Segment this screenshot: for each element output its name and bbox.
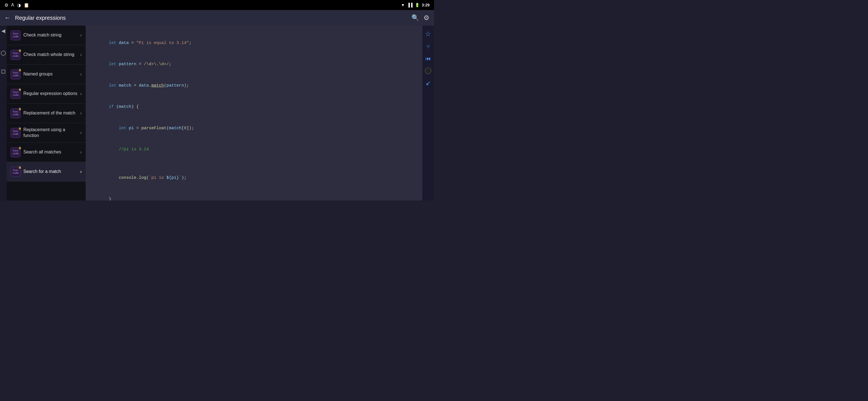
status-bar-right: ▼ ▐▐ 🔋 3:29 — [401, 3, 430, 7]
sidebar-item-search-for-match[interactable]: funccode 🔒 Search for a match › — [7, 162, 86, 181]
code-line-1: let data = "Pi is equal to 3.14"; — [94, 32, 414, 54]
sidebar-item-check-match-whole-string[interactable]: funccode 🔒 Check match whole string › — [7, 45, 86, 65]
code-line-8: console.log(`pi is ${pi}`); — [94, 167, 414, 189]
code-panel: let data = "Pi is equal to 3.14"; let pa… — [86, 26, 422, 200]
item-icon-6: funccode 🔒 — [10, 128, 21, 138]
clipboard-icon: 📋 — [24, 2, 29, 8]
sidebar: funccode Check match string › funccode 🔒… — [7, 26, 86, 200]
sidebar-label-named-groups: Named groups — [23, 71, 78, 77]
main-layout: ◀ funccode Check match string › funccode… — [0, 26, 434, 200]
record-indicator — [1, 51, 6, 56]
a-icon: A — [11, 2, 14, 7]
code-line-3: let match = data.match(pattern); — [94, 75, 414, 96]
collapse-button[interactable]: ⏮ — [425, 55, 431, 62]
sidebar-item-replacement-using-function[interactable]: funccode 🔒 Replacement using a function … — [7, 123, 86, 143]
code-line-9: } — [94, 189, 414, 200]
top-bar: ← Regular expressions 🔍 ⚙ — [0, 10, 434, 26]
time-display: 3:29 — [422, 3, 430, 7]
back-button[interactable]: ← — [4, 14, 10, 22]
battery-icon: 🔋 — [415, 3, 420, 7]
chevron-right-icon-8: › — [80, 169, 82, 175]
sidebar-label-replacement-of-match: Replacement of the match — [23, 110, 78, 116]
item-icon-2: funccode 🔒 — [10, 50, 21, 60]
sidebar-item-search-all-matches[interactable]: funccode 🔒 Search all matches › — [7, 143, 86, 162]
code-line-7 — [94, 160, 414, 167]
sidebar-label-search-all-matches: Search all matches — [23, 149, 78, 155]
sidebar-item-regex-options[interactable]: funccode 🔒 Regular expression options › — [7, 84, 86, 104]
sidebar-item-check-match-string[interactable]: funccode Check match string › — [7, 26, 86, 45]
search-button[interactable]: 🔍 — [411, 14, 419, 22]
page-title: Regular expressions — [15, 15, 407, 21]
wifi-icon: ▼ — [401, 3, 405, 7]
star-button[interactable]: ☆ — [425, 30, 431, 38]
item-icon-8: funccode 🔒 — [10, 167, 21, 177]
circle-icon: ◑ — [17, 2, 21, 8]
chevron-right-icon-3: › — [80, 71, 82, 77]
item-icon-7: funccode 🔒 — [10, 147, 21, 157]
item-icon-3: funccode 🔒 — [10, 69, 21, 79]
chevron-right-icon-1: › — [80, 32, 82, 38]
sidebar-item-replacement-of-match[interactable]: funccode 🔒 Replacement of the match › — [7, 104, 86, 123]
item-icon-1: funccode — [10, 30, 21, 40]
signal-icon: ▐▐ — [407, 3, 412, 7]
code-line-5: let pi = parseFloat(match[0]); — [94, 117, 414, 139]
status-bar: ⚙ A ◑ 📋 ▼ ▐▐ 🔋 3:29 — [0, 0, 434, 10]
settings-button[interactable]: ⚙ — [424, 14, 430, 22]
chevron-right-icon-6: › — [80, 130, 82, 136]
collapse-left-button[interactable]: ◀ — [1, 28, 5, 34]
sidebar-label-check-match-string: Check match string — [23, 32, 78, 38]
left-panel: ◀ — [0, 26, 7, 200]
chevron-right-icon-5: › — [80, 110, 82, 116]
share-button[interactable]: ⑂ — [427, 44, 430, 50]
code-line-6: //pi is 3.14 — [94, 139, 414, 161]
right-bar: ☆ ⑂ ⏮ ↙ — [422, 26, 434, 200]
sidebar-item-named-groups[interactable]: funccode 🔒 Named groups › — [7, 65, 86, 84]
sidebar-label-check-match-whole-string: Check match whole string — [23, 52, 78, 58]
chevron-right-icon-7: › — [80, 149, 82, 155]
settings-icon: ⚙ — [4, 2, 8, 8]
code-line-4: if (match) { — [94, 96, 414, 118]
item-icon-4: funccode 🔒 — [10, 89, 21, 99]
sidebar-label-search-for-match: Search for a match — [23, 169, 78, 175]
status-bar-left: ⚙ A ◑ 📋 — [4, 2, 29, 8]
dark-circle — [425, 67, 432, 74]
download-button[interactable]: ↙ — [426, 80, 431, 87]
chevron-right-icon-2: › — [80, 52, 82, 58]
code-line-2: let pattern = /\d+\.\d+/; — [94, 54, 414, 75]
sidebar-label-regex-options: Regular expression options — [23, 91, 78, 97]
sidebar-label-replacement-using-function: Replacement using a function — [23, 127, 78, 139]
item-icon-5: funccode 🔒 — [10, 108, 21, 118]
stop-indicator — [1, 69, 5, 74]
chevron-right-icon-4: › — [80, 91, 82, 97]
